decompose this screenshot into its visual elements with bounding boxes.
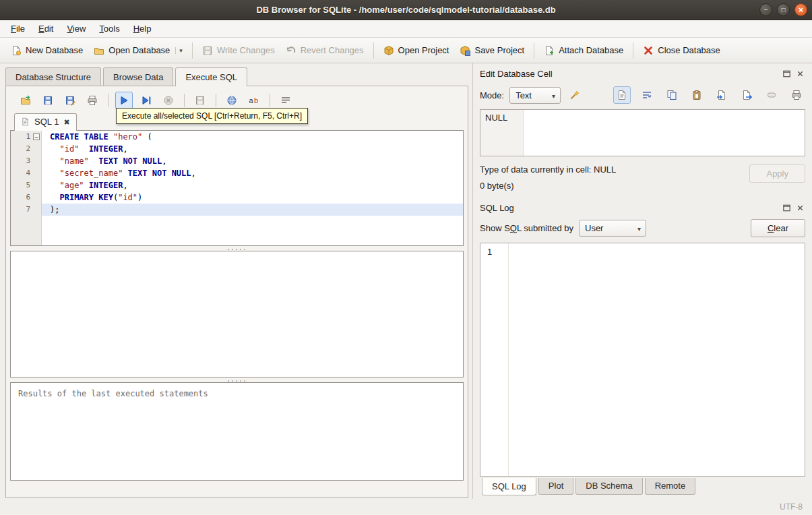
tab-db-schema[interactable]: DB Schema [575, 478, 642, 495]
menu-file[interactable]: File [4, 20, 32, 37]
open-database-icon [94, 45, 104, 56]
sql-log-close-icon[interactable] [795, 203, 805, 213]
close-database-button[interactable]: Close Database [637, 42, 726, 59]
auto-switch-mode-button[interactable] [566, 86, 584, 104]
export-results-button[interactable] [191, 92, 209, 109]
word-wrap-button[interactable] [277, 92, 294, 109]
tab-sql-log[interactable]: SQL Log [482, 478, 536, 495]
browse-table-icon [226, 95, 237, 106]
execute-current-line-button[interactable] [137, 92, 155, 109]
minimize-button[interactable] [759, 3, 772, 16]
chevron-down-icon [552, 90, 555, 100]
paste-cell-icon [691, 90, 702, 100]
tab-browse-data[interactable]: Browse Data [103, 67, 173, 86]
open-sql-file-button[interactable] [17, 92, 34, 109]
save-sql-file-button[interactable] [39, 92, 57, 109]
attach-database-button[interactable]: Attach Database [538, 42, 629, 59]
import-cell-data-button[interactable] [713, 86, 730, 104]
sql-log-title: SQL Log [480, 203, 514, 213]
results-grid[interactable] [10, 251, 464, 377]
mode-text-button[interactable] [613, 86, 631, 104]
fold-marker[interactable]: − [33, 133, 40, 140]
find-replace-icon: ab [249, 95, 259, 106]
close-button[interactable] [794, 3, 807, 16]
tab-execute-sql[interactable]: Execute SQL [175, 67, 247, 86]
sql-editor[interactable]: 1−234567 CREATE TABLE "hero" ( "id" INTE… [10, 130, 464, 246]
left-tab-bar: Database StructureBrowse DataExecute SQL [5, 67, 472, 86]
close-tab-icon[interactable] [63, 117, 69, 127]
print-cell-icon [791, 90, 802, 100]
app-window: { "window": { "title": "DB Browser for S… [0, 0, 812, 515]
main-toolbar: New DatabaseOpen DatabaseWrite ChangesRe… [0, 38, 812, 63]
menu-tools[interactable]: Tools [92, 20, 126, 37]
sql-log-float-icon[interactable] [782, 203, 792, 213]
mode-value: Text [516, 90, 532, 100]
line-number: 2 [11, 143, 41, 155]
menu-view[interactable]: View [60, 20, 92, 37]
mode-text-icon [617, 90, 627, 100]
export-cell-data-button[interactable] [738, 86, 755, 104]
print-sql-button[interactable] [84, 92, 101, 109]
toolbar-separator [373, 42, 374, 59]
set-null-button[interactable] [763, 86, 780, 104]
cell-icon-bar [613, 86, 805, 104]
tab-database-structure[interactable]: Database Structure [5, 67, 101, 86]
menu-edit[interactable]: Edit [32, 20, 60, 37]
save-project-button[interactable]: Save Project [454, 42, 530, 59]
sql-log-view[interactable]: 1 [480, 243, 805, 477]
cell-value: NULL [485, 113, 507, 123]
sql-filter-value: User [585, 223, 603, 233]
export-cell-data-icon [741, 90, 752, 100]
execute-all-button[interactable] [115, 92, 133, 109]
sql-log-gutter: 1 [480, 243, 509, 476]
word-wrap-cell-button[interactable] [638, 86, 656, 104]
tab-remote[interactable]: Remote [645, 478, 696, 495]
toolbar-button-label: Save Project [474, 45, 524, 55]
edit-cell-float-icon[interactable] [782, 69, 792, 79]
sql-log-filter-row: Show SQL submitted by User Clear [480, 215, 805, 241]
copy-cell-button[interactable] [663, 86, 681, 104]
title-bar[interactable]: DB Browser for SQLite - /home/user/code/… [0, 0, 812, 20]
code-line: ); [42, 204, 463, 216]
sql-filter-label: Show SQL submitted by [480, 223, 573, 233]
new-database-button[interactable]: New Database [5, 42, 88, 59]
results-message-pane[interactable]: Results of the last executed statements [10, 382, 464, 481]
code-line: "age" INTEGER, [42, 179, 463, 191]
cell-editor[interactable]: NULL [480, 109, 805, 156]
browse-table-button[interactable] [223, 92, 241, 109]
clear-button[interactable]: Clear [751, 219, 805, 237]
open-project-button[interactable]: Open Project [378, 42, 455, 59]
toolbar-button-label: Open Database [108, 45, 170, 55]
editor-code[interactable]: CREATE TABLE "hero" ( "id" INTEGER, "nam… [42, 131, 463, 245]
tab-plot[interactable]: Plot [538, 478, 573, 495]
toolbar-button-label: Write Changes [217, 45, 275, 55]
open-database-button[interactable]: Open Database [88, 42, 188, 59]
paste-cell-button[interactable] [688, 86, 706, 104]
splitter-editor-results[interactable] [10, 246, 464, 251]
cell-editor-body[interactable] [524, 110, 805, 156]
stop-execution-button[interactable] [160, 92, 177, 109]
sql-tab-label: SQL 1 [34, 117, 59, 127]
import-cell-data-icon [716, 90, 727, 100]
revert-changes-button[interactable]: Revert Changes [280, 42, 369, 59]
print-cell-button[interactable] [788, 86, 805, 104]
write-changes-button[interactable]: Write Changes [197, 42, 280, 59]
edit-cell-close-icon[interactable] [795, 69, 805, 79]
splitter-results-messages[interactable] [10, 377, 464, 382]
stop-execution-icon [163, 95, 174, 106]
toolbar-separator [270, 94, 270, 107]
sql-filter-select[interactable]: User [579, 220, 646, 237]
toolbar-button-label: New Database [26, 45, 83, 55]
tab-sql-1[interactable]: SQL 1 [14, 113, 77, 131]
sql-log-body[interactable] [509, 243, 805, 476]
menu-help[interactable]: Help [127, 20, 158, 37]
mode-select[interactable]: Text [509, 87, 561, 104]
dropdown-arrow-icon[interactable] [175, 47, 183, 54]
save-sql-file-as-button[interactable] [61, 92, 79, 109]
apply-button[interactable]: Apply [749, 164, 805, 183]
toolbar-separator [192, 42, 193, 59]
wand-icon [569, 90, 580, 100]
maximize-button[interactable] [777, 3, 790, 16]
execute-all-icon [119, 95, 129, 106]
find-replace-button[interactable]: ab [245, 92, 263, 109]
